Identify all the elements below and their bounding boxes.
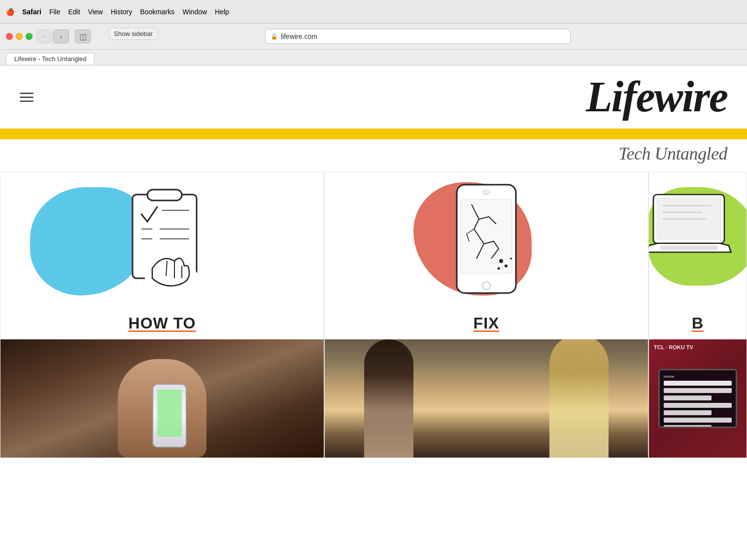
active-tab[interactable]: Lifewire - Tech Untangled <box>6 53 95 65</box>
minimize-button[interactable] <box>16 33 23 40</box>
third-label-text: B <box>692 314 704 332</box>
browser-chrome: ‹ › ◫ 🔒 lifewire.com Show sidebar Lifewi… <box>0 24 747 66</box>
card-third[interactable]: B Home TCL · ROKU TV <box>648 172 747 458</box>
third-label: B <box>649 305 747 339</box>
svg-rect-12 <box>461 199 512 273</box>
svg-point-17 <box>498 267 500 270</box>
tv-ui-row <box>664 388 732 393</box>
tv-ui-row <box>664 418 732 423</box>
tab-bar: Lifewire - Tech Untangled <box>0 49 747 65</box>
tab-title: Lifewire - Tech Untangled <box>14 55 86 63</box>
tv-screen: Home <box>658 369 737 428</box>
menu-edit[interactable]: Edit <box>68 8 80 16</box>
url-text: lifewire.com <box>281 33 317 40</box>
address-bar[interactable]: 🔒 lifewire.com <box>265 29 571 44</box>
site-tagline: Tech Untangled <box>618 144 727 164</box>
tv-ui-row <box>664 425 712 428</box>
cards-section: HOW TO <box>0 172 747 458</box>
tv-ui-row <box>664 381 732 386</box>
forward-button[interactable]: › <box>53 30 69 43</box>
back-button[interactable]: ‹ <box>36 30 52 43</box>
menu-bookmarks[interactable]: Bookmarks <box>140 8 174 16</box>
clipboard-svg <box>93 175 231 303</box>
forward-icon: › <box>60 33 63 40</box>
tv-ui-row <box>664 403 732 408</box>
laptop-svg <box>649 175 747 303</box>
traffic-lights <box>6 33 33 40</box>
hamburger-line-1 <box>20 93 34 94</box>
third-illustration <box>649 172 747 305</box>
hamburger-menu[interactable] <box>20 93 34 102</box>
svg-point-13 <box>482 190 490 195</box>
card-fix[interactable]: FIX <box>324 172 648 458</box>
svg-rect-24 <box>660 246 718 250</box>
svg-point-16 <box>505 264 508 267</box>
menu-help[interactable]: Help <box>215 8 229 16</box>
yellow-bar <box>0 129 747 139</box>
cracked-phone-svg <box>412 175 560 303</box>
show-sidebar-tooltip: Show sidebar <box>108 28 158 40</box>
menu-file[interactable]: File <box>49 8 61 16</box>
svg-rect-1 <box>147 190 182 200</box>
menu-bar-items: 🍎 Safari File Edit View History Bookmark… <box>6 8 229 16</box>
hamburger-line-3 <box>20 100 34 102</box>
back-icon: ‹ <box>43 33 46 40</box>
menu-safari[interactable]: Safari <box>22 8 41 16</box>
menu-view[interactable]: View <box>88 8 103 16</box>
site-logo[interactable]: Lifewire <box>34 75 727 119</box>
lock-icon: 🔒 <box>271 33 278 40</box>
nav-buttons: ‹ › <box>36 30 69 43</box>
svg-point-18 <box>510 258 512 260</box>
apple-menu[interactable]: 🍎 <box>6 8 14 16</box>
svg-point-15 <box>499 259 503 263</box>
fix-photo <box>325 339 648 458</box>
site-logo-area: Lifewire <box>34 75 727 119</box>
fix-label-text: FIX <box>474 314 500 332</box>
fix-illustration <box>325 172 648 305</box>
tv-ui-row <box>664 395 712 400</box>
menu-window[interactable]: Window <box>182 8 207 16</box>
fix-label: FIX <box>325 305 648 339</box>
menu-bar: 🍎 Safari File Edit View History Bookmark… <box>0 0 747 24</box>
menu-history[interactable]: History <box>111 8 133 16</box>
website-content: Lifewire Tech Untangled <box>0 66 747 458</box>
how-to-illustration <box>0 172 324 305</box>
close-button[interactable] <box>6 33 13 40</box>
card-how-to[interactable]: HOW TO <box>0 172 324 458</box>
how-to-photo <box>0 339 324 458</box>
third-photo: Home TCL · ROKU TV <box>649 339 747 458</box>
tv-ui-row <box>664 410 712 415</box>
sidebar-toggle-icon: ◫ <box>79 32 87 41</box>
hamburger-line-2 <box>20 97 34 98</box>
how-to-label: HOW TO <box>0 305 324 339</box>
sidebar-toggle-button[interactable]: ◫ <box>75 30 91 43</box>
how-to-label-text: HOW TO <box>129 314 196 332</box>
tagline-area: Tech Untangled <box>0 139 747 172</box>
address-bar-container: 🔒 lifewire.com <box>95 29 741 44</box>
site-header: Lifewire <box>0 66 747 129</box>
maximize-button[interactable] <box>26 33 33 40</box>
